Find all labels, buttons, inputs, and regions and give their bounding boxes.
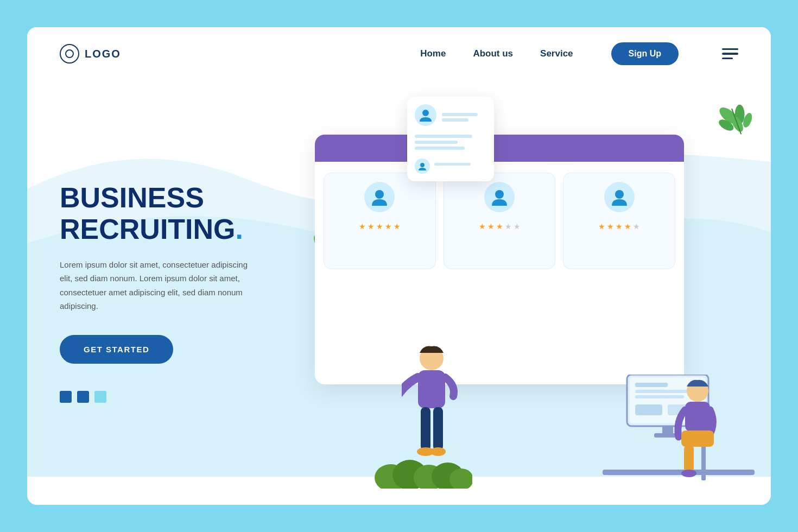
svg-rect-33 — [684, 445, 694, 472]
right-section: ★ ★ ★ ★ ★ — [288, 80, 771, 505]
hero-title: BUSINESS RECRUITING. — [60, 182, 255, 244]
svg-point-14 — [420, 163, 425, 167]
candidate-card-3: ★ ★ ★ ★ ★ — [563, 173, 675, 269]
hamburger-line-2 — [722, 53, 738, 55]
svg-rect-32 — [681, 430, 714, 447]
stars-3: ★ ★ ★ ★ ★ — [598, 222, 640, 231]
featured-person-icon — [418, 107, 433, 123]
person-icon-2 — [490, 187, 509, 207]
candidate-card-1: ★ ★ ★ ★ ★ — [324, 173, 436, 269]
svg-rect-18 — [433, 407, 443, 451]
nav-about[interactable]: About us — [473, 48, 513, 59]
get-started-button[interactable]: GET STARTED — [60, 335, 173, 364]
nav-service[interactable]: Service — [540, 48, 573, 59]
dot-1 — [60, 391, 72, 403]
featured-avatar-small — [415, 159, 430, 174]
logo-text: LOGO — [85, 48, 121, 60]
featured-profile-lines — [415, 135, 486, 150]
svg-point-34 — [681, 470, 696, 477]
dot-3 — [94, 391, 106, 403]
nav-links: Home About us Service Sign Up — [420, 42, 738, 65]
svg-point-10 — [375, 190, 384, 199]
signup-button[interactable]: Sign Up — [611, 42, 679, 65]
hero-dot: . — [236, 213, 243, 245]
person-sitting-illustration — [657, 375, 727, 483]
left-section: BUSINESS RECRUITING. Lorem ipsum dolor s… — [27, 80, 288, 505]
candidate-avatar-1 — [364, 182, 395, 212]
hero-title-line1: BUSINESS — [60, 182, 204, 213]
person-standing-illustration — [402, 342, 478, 483]
candidate-board: ★ ★ ★ ★ ★ — [315, 135, 684, 384]
svg-rect-17 — [421, 407, 430, 451]
svg-point-12 — [615, 190, 624, 199]
hero-title-line2: RECRUITING — [60, 213, 236, 245]
navbar: LOGO Home About us Service Sign Up — [27, 27, 771, 80]
stars-2: ★ ★ ★ ★ ★ — [479, 222, 521, 231]
person-icon-3 — [610, 187, 629, 207]
svg-point-11 — [495, 190, 504, 199]
hamburger-menu[interactable] — [722, 48, 738, 60]
svg-rect-31 — [685, 402, 710, 432]
nav-home[interactable]: Home — [420, 48, 446, 59]
candidate-card-2: ★ ★ ★ ★ ★ — [444, 173, 556, 269]
stars-1: ★ ★ ★ ★ ★ — [359, 222, 401, 231]
page-card: LOGO Home About us Service Sign Up BUSIN… — [27, 27, 771, 505]
candidate-avatar-3 — [604, 182, 635, 212]
main-content: BUSINESS RECRUITING. Lorem ipsum dolor s… — [27, 80, 771, 505]
profile-card-featured — [407, 97, 494, 181]
logo-area: LOGO — [60, 44, 420, 64]
featured-avatar — [415, 104, 436, 126]
hero-description: Lorem ipsum dolor sit amet, consectetuer… — [60, 258, 255, 313]
hamburger-line-1 — [722, 48, 738, 50]
small-person-icon — [417, 161, 427, 171]
dots-row — [60, 391, 255, 403]
svg-point-20 — [430, 447, 446, 456]
hamburger-line-3 — [722, 58, 733, 60]
logo-icon — [60, 44, 79, 64]
leaf-right-icon — [717, 102, 760, 151]
dot-2 — [77, 391, 89, 403]
person-icon-1 — [370, 187, 389, 207]
candidate-avatar-2 — [484, 182, 515, 212]
svg-point-13 — [422, 110, 429, 116]
